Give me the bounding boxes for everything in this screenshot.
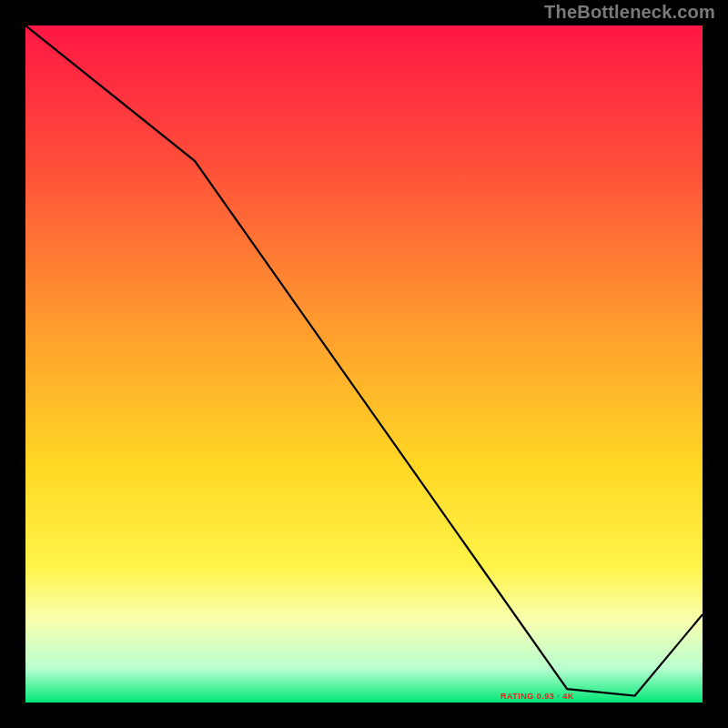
chart-frame: TheBottleneck.com RATING 0.93 · 4K [0, 0, 728, 728]
chart-svg [25, 25, 703, 703]
watermark-text: TheBottleneck.com [544, 2, 715, 23]
bottom-rating-label: RATING 0.93 · 4K [500, 692, 574, 701]
chart-plot-area [25, 25, 703, 703]
chart-background [25, 25, 703, 703]
